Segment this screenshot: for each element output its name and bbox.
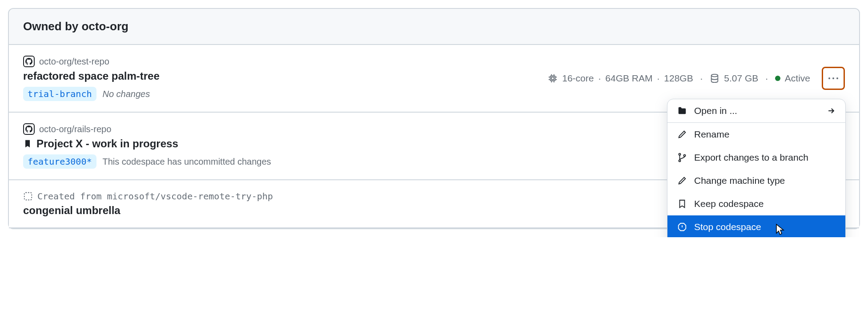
- menu-label: Keep codespace: [694, 198, 764, 209]
- menu-stop-codespace[interactable]: Stop codespace: [667, 215, 845, 237]
- github-icon: [23, 56, 35, 67]
- svg-point-9: [679, 160, 680, 162]
- menu-open-in[interactable]: Open in ...: [667, 99, 845, 123]
- svg-point-10: [683, 154, 685, 156]
- pencil-icon: [677, 176, 687, 186]
- git-branch-icon: [677, 153, 687, 162]
- menu-label: Open in ...: [694, 105, 737, 116]
- repo-name[interactable]: octo-org/rails-repo: [39, 124, 111, 134]
- menu-label: Change machine type: [694, 175, 785, 186]
- status-dot-icon: [775, 76, 780, 81]
- menu-keep-codespace[interactable]: Keep codespace: [667, 192, 845, 215]
- svg-rect-1: [551, 77, 554, 80]
- bookmark-icon: [23, 139, 32, 148]
- bookmark-icon: [677, 199, 687, 209]
- status-text: Active: [785, 73, 810, 84]
- repo-line: Created from microsoft/vscode-remote-try…: [23, 191, 273, 202]
- repo-line: octo-org/test-repo: [23, 56, 160, 67]
- codespace-title[interactable]: refactored space palm-tree: [23, 70, 160, 82]
- repo-name[interactable]: octo-org/test-repo: [39, 57, 109, 67]
- menu-label: Stop codespace: [694, 222, 761, 232]
- codespace-title[interactable]: Project X - work in progress: [36, 138, 178, 150]
- pencil-icon: [677, 130, 687, 139]
- menu-label: Export changes to a branch: [694, 152, 808, 163]
- storage-size: 5.07 GB: [724, 73, 758, 84]
- codespace-title[interactable]: congenial umbrella: [23, 204, 121, 217]
- svg-rect-0: [551, 76, 555, 81]
- codespace-meta: 16-core · 64GB RAM · 128GB · 5.07 GB · A…: [548, 67, 845, 90]
- created-from-text: Created from microsoft/vscode-remote-try…: [37, 191, 273, 202]
- menu-change-machine[interactable]: Change machine type: [667, 169, 845, 192]
- arrow-right-icon: [827, 106, 836, 115]
- branch-pill[interactable]: feature3000*: [23, 154, 96, 169]
- codespaces-panel: Owned by octo-org octo-org/test-repo ref…: [8, 8, 860, 229]
- codespace-actions-menu: Open in ... Rename Export changes to a b…: [667, 99, 846, 237]
- folder-icon: [677, 106, 687, 116]
- changes-text: No changes: [103, 89, 150, 99]
- svg-point-8: [679, 154, 680, 155]
- spec-cores: 16-core: [562, 73, 594, 84]
- changes-text: This codespace has uncommitted changes: [103, 157, 271, 167]
- spec-ram: 64GB RAM: [605, 73, 652, 84]
- svg-rect-5: [24, 193, 32, 200]
- spec-disk: 128GB: [664, 73, 693, 84]
- menu-rename[interactable]: Rename: [667, 123, 845, 146]
- database-icon: [710, 73, 719, 83]
- menu-label: Rename: [694, 129, 729, 140]
- svg-point-2: [711, 74, 718, 77]
- panel-title: Owned by octo-org: [23, 20, 845, 33]
- cpu-icon: [548, 73, 558, 83]
- kebab-menu-button[interactable]: [822, 67, 845, 90]
- github-icon: [23, 123, 35, 135]
- branch-pill[interactable]: trial-branch: [23, 87, 96, 101]
- menu-export-branch[interactable]: Export changes to a branch: [667, 146, 845, 169]
- stop-icon: [677, 222, 687, 232]
- repo-line: octo-org/rails-repo: [23, 123, 271, 135]
- template-icon: [23, 191, 33, 201]
- panel-header: Owned by octo-org: [9, 9, 859, 45]
